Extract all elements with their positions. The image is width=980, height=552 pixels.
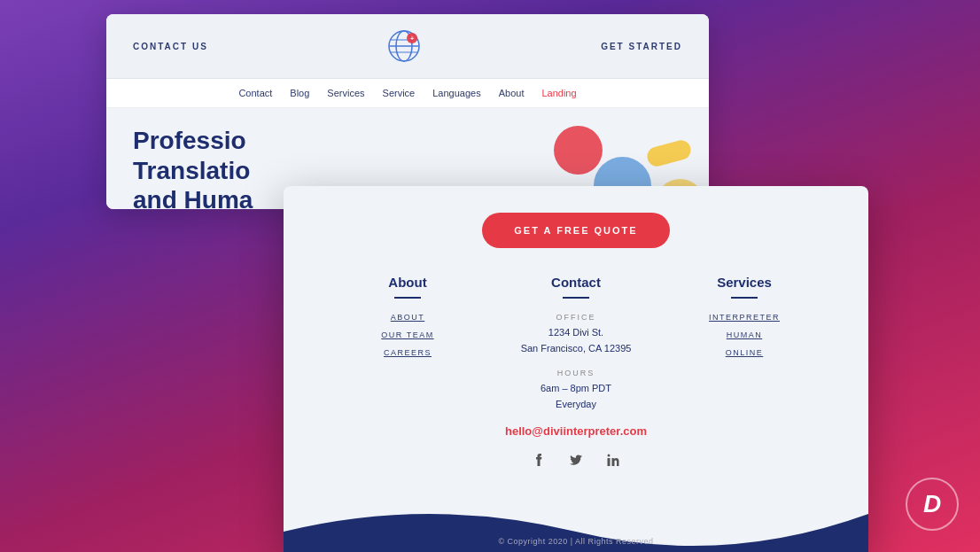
services-col-title: Services bbox=[665, 275, 824, 290]
office-label: OFFICE bbox=[496, 313, 656, 322]
svg-text:+: + bbox=[410, 35, 414, 42]
hours-label: HOURS bbox=[496, 369, 656, 377]
copyright: © Copyright 2020 | All Rights Reserved bbox=[498, 537, 653, 546]
quote-button[interactable]: GET A FREE QUOTE bbox=[482, 213, 669, 248]
hours-value: 6am – 8pm PDT Everyday bbox=[496, 381, 656, 412]
hero-title: Professio Translatio and Huma bbox=[133, 126, 292, 209]
back-card-nav: Contact Blog Services Service Languages … bbox=[106, 79, 709, 108]
nav-about[interactable]: About bbox=[499, 88, 525, 98]
nav-languages[interactable]: Languages bbox=[432, 88, 480, 98]
svg-rect-7 bbox=[608, 458, 611, 466]
nav-landing[interactable]: Landing bbox=[541, 88, 576, 98]
svg-point-8 bbox=[608, 455, 611, 457]
nav-contact[interactable]: Contact bbox=[238, 88, 272, 98]
services-link-interpreter[interactable]: INTERPRETER bbox=[665, 313, 824, 322]
about-link-careers[interactable]: CAREERS bbox=[328, 348, 487, 357]
divi-logo-letter: D bbox=[923, 490, 941, 518]
nav-services[interactable]: Services bbox=[327, 88, 364, 98]
about-link-about[interactable]: ABOUT bbox=[328, 313, 487, 322]
about-col-divider bbox=[394, 297, 421, 299]
twitter-icon[interactable] bbox=[566, 450, 586, 470]
linkedin-icon[interactable] bbox=[603, 450, 623, 470]
nav-blog[interactable]: Blog bbox=[290, 88, 309, 98]
divi-logo[interactable]: D bbox=[906, 478, 959, 531]
footer-columns: About ABOUT OUR TEAM CAREERS Contact OFF… bbox=[319, 275, 833, 478]
contact-column: Contact OFFICE 1234 Divi St. San Francis… bbox=[496, 275, 656, 478]
about-col-title: About bbox=[328, 275, 487, 290]
front-card-footer: © Copyright 2020 | All Rights Reserved bbox=[284, 487, 868, 552]
back-card: Contact Us + Get Started Contact Blog Se… bbox=[106, 14, 709, 209]
about-column: About ABOUT OUR TEAM CAREERS bbox=[328, 275, 487, 478]
about-link-ourteam[interactable]: OUR TEAM bbox=[328, 330, 487, 339]
contact-col-title: Contact bbox=[496, 275, 656, 290]
contact-us-label: Contact Us bbox=[133, 42, 208, 51]
contact-col-divider bbox=[563, 297, 589, 299]
office-address: 1234 Divi St. San Francisco, CA 12395 bbox=[496, 325, 656, 356]
facebook-icon[interactable] bbox=[529, 450, 548, 470]
front-card-inner: GET A FREE QUOTE About ABOUT OUR TEAM CA… bbox=[284, 186, 868, 478]
services-link-online[interactable]: ONLINE bbox=[665, 348, 824, 357]
blob-red bbox=[554, 126, 603, 175]
quote-button-wrap: GET A FREE QUOTE bbox=[319, 213, 833, 248]
nav-service[interactable]: Service bbox=[383, 88, 416, 98]
back-card-header: Contact Us + Get Started bbox=[106, 14, 709, 79]
get-started-label: Get Started bbox=[601, 42, 682, 51]
contact-email[interactable]: hello@diviinterpreter.com bbox=[496, 424, 656, 438]
services-column: Services INTERPRETER HUMAN ONLINE bbox=[665, 275, 824, 478]
social-row bbox=[496, 438, 656, 478]
blob-yellow bbox=[645, 138, 693, 168]
services-link-human[interactable]: HUMAN bbox=[665, 330, 824, 339]
front-card: GET A FREE QUOTE About ABOUT OUR TEAM CA… bbox=[284, 186, 868, 552]
globe-icon: + bbox=[385, 27, 424, 66]
services-col-divider bbox=[731, 297, 758, 299]
